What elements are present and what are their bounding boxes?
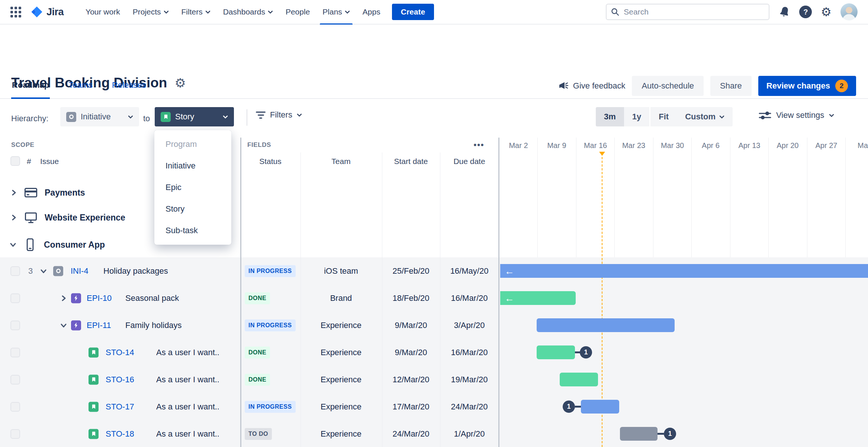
due-date-cell[interactable]: 16/May/20 <box>450 266 489 276</box>
zoom-custom-button[interactable]: Custom <box>677 107 733 126</box>
create-button[interactable]: Create <box>392 4 434 20</box>
chevron-down-icon[interactable] <box>9 241 17 249</box>
start-date-cell[interactable]: 25/Feb/20 <box>392 266 429 276</box>
dependency-badge[interactable]: 1 <box>580 346 592 358</box>
issue-title[interactable]: Seasonal pack <box>125 293 179 303</box>
gantt-bar-epi-11[interactable] <box>537 318 675 332</box>
select-all-checkbox[interactable] <box>10 156 20 166</box>
notifications-button[interactable] <box>779 6 790 18</box>
status-badge[interactable]: IN PROGRESS <box>245 401 296 413</box>
due-date-cell[interactable]: 24/Mar/20 <box>451 402 488 412</box>
gantt-bar-epi-10[interactable]: ← <box>500 291 576 305</box>
user-avatar[interactable] <box>840 3 858 20</box>
fields-more-button[interactable]: ••• <box>471 138 487 152</box>
group-row-payments[interactable]: Payments <box>0 182 499 203</box>
team-cell[interactable]: Experience <box>321 321 361 330</box>
due-date-cell[interactable]: 1/Apr/20 <box>454 429 485 439</box>
status-badge[interactable]: TO DO <box>245 428 272 440</box>
issue-key-link[interactable]: STO-16 <box>106 375 134 385</box>
team-cell[interactable]: Experience <box>321 348 361 357</box>
nav-item-your-work[interactable]: Your work <box>79 0 126 24</box>
share-button[interactable]: Share <box>710 76 752 96</box>
settings-button[interactable]: ⚙ <box>821 6 832 18</box>
give-feedback-button[interactable]: Give feedback <box>558 81 626 91</box>
start-date-cell[interactable]: 9/Mar/20 <box>395 321 427 330</box>
issue-key-link[interactable]: STO-18 <box>106 429 134 439</box>
issue-row-epi-10[interactable]: EPI-10 Seasonal pack DONE Brand 18/Feb/2… <box>0 284 868 312</box>
search-input[interactable] <box>606 4 769 20</box>
issue-title[interactable]: As a user I want.. <box>156 402 219 412</box>
issue-key-link[interactable]: EPI-11 <box>87 321 111 330</box>
nav-item-plans[interactable]: Plans <box>316 0 356 24</box>
start-date-cell[interactable]: 17/Mar/20 <box>392 402 429 412</box>
menu-item-program[interactable]: Program <box>154 134 231 155</box>
team-cell[interactable]: Experience <box>321 402 361 412</box>
start-date-cell[interactable]: 12/Mar/20 <box>392 375 429 385</box>
issue-row-sto-17[interactable]: STO-17 As a user I want.. IN PROGRESS Ex… <box>0 393 868 420</box>
column-header-status[interactable]: Status <box>259 157 282 166</box>
gantt-bar-sto-17[interactable] <box>581 400 619 414</box>
zoom-1y-button[interactable]: 1y <box>624 107 649 126</box>
menu-item-epic[interactable]: Epic <box>154 177 231 198</box>
group-row-consumer-app[interactable]: Consumer App <box>0 234 499 255</box>
nav-item-filters[interactable]: Filters <box>175 0 217 24</box>
row-checkbox[interactable] <box>10 293 20 303</box>
start-date-cell[interactable]: 18/Feb/20 <box>392 293 429 303</box>
nav-item-people[interactable]: People <box>279 0 316 24</box>
issue-key-link[interactable]: STO-17 <box>106 402 134 412</box>
menu-item-initiative[interactable]: Initiative <box>154 155 231 177</box>
chevron-right-icon[interactable] <box>60 294 68 302</box>
issue-title[interactable]: As a user I want.. <box>156 375 219 385</box>
due-date-cell[interactable]: 3/Apr/20 <box>454 321 485 330</box>
row-checkbox[interactable] <box>10 321 20 330</box>
today-marker-icon[interactable] <box>599 152 605 156</box>
column-header-team[interactable]: Team <box>331 157 350 166</box>
status-badge[interactable]: IN PROGRESS <box>245 265 296 277</box>
app-switcher-icon[interactable] <box>10 7 21 17</box>
tab-roadmap[interactable]: Roadmap <box>11 80 50 99</box>
review-changes-button[interactable]: Review changes 2 <box>758 76 856 96</box>
team-cell[interactable]: Brand <box>330 293 352 303</box>
issue-title[interactable]: Family holidays <box>125 321 182 330</box>
row-checkbox[interactable] <box>10 266 20 276</box>
hierarchy-to-dropdown[interactable]: Story <box>155 107 234 126</box>
dependency-badge[interactable]: 1 <box>664 428 676 440</box>
tab-teams[interactable]: Teams <box>68 80 93 98</box>
issue-row-sto-16[interactable]: STO-16 As a user I want.. DONE Experienc… <box>0 366 868 393</box>
column-header-due-date[interactable]: Due date <box>453 157 485 166</box>
gantt-bar-sto-18[interactable] <box>620 427 658 441</box>
row-checkbox[interactable] <box>10 375 20 385</box>
row-checkbox[interactable] <box>10 402 20 412</box>
start-date-cell[interactable]: 9/Mar/20 <box>395 348 427 357</box>
column-header-start-date[interactable]: Start date <box>394 157 428 166</box>
chevron-down-icon[interactable] <box>39 267 48 275</box>
due-date-cell[interactable]: 19/Mar/20 <box>451 375 488 385</box>
help-button[interactable]: ? <box>799 6 812 18</box>
hierarchy-from-dropdown[interactable]: Initiative <box>60 107 139 126</box>
status-badge[interactable]: DONE <box>245 347 270 358</box>
gantt-bar-sto-16[interactable] <box>560 373 598 386</box>
menu-item-sub-task[interactable]: Sub-task <box>154 220 231 241</box>
due-date-cell[interactable]: 16/Mar/20 <box>451 348 488 357</box>
team-cell[interactable]: Experience <box>321 429 361 439</box>
zoom-3m-button[interactable]: 3m <box>596 107 624 126</box>
issue-row-sto-14[interactable]: STO-14 As a user I want.. DONE Experienc… <box>0 339 868 366</box>
status-badge[interactable]: DONE <box>245 374 270 386</box>
tab-releases[interactable]: Releases <box>111 80 147 98</box>
jira-logo[interactable]: Jira <box>30 5 64 19</box>
row-checkbox[interactable] <box>10 348 20 357</box>
due-date-cell[interactable]: 16/Mar/20 <box>451 293 488 303</box>
auto-schedule-button[interactable]: Auto-schedule <box>632 76 704 96</box>
issue-title[interactable]: Holiday packages <box>103 266 168 276</box>
issue-title[interactable]: As a user I want.. <box>156 429 219 439</box>
team-cell[interactable]: iOS team <box>324 266 358 276</box>
start-date-cell[interactable]: 24/Mar/20 <box>392 429 429 439</box>
gantt-bar-ini-4[interactable]: ← <box>500 264 868 278</box>
issue-key-link[interactable]: INI-4 <box>71 266 89 276</box>
nav-item-dashboards[interactable]: Dashboards <box>217 0 279 24</box>
gantt-bar-sto-14[interactable] <box>537 345 575 359</box>
view-settings-button[interactable]: View settings <box>759 110 834 120</box>
chevron-right-icon[interactable] <box>10 189 18 197</box>
nav-item-projects[interactable]: Projects <box>126 0 175 24</box>
chevron-right-icon[interactable] <box>10 213 18 222</box>
